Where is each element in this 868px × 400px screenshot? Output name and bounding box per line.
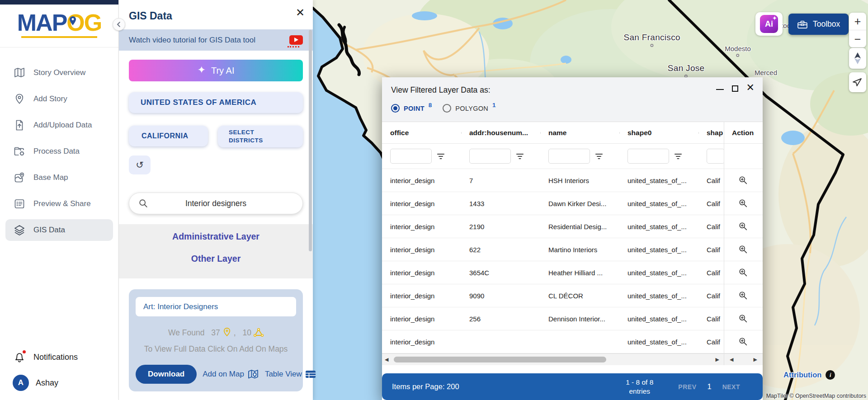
attribution-label: Attribution (783, 371, 821, 379)
panel-collapse-button[interactable] (113, 18, 125, 31)
cell-shape0: united_states_of_... (619, 246, 698, 254)
info-icon: i (826, 370, 835, 380)
notifications-button[interactable]: Notifications (0, 346, 118, 368)
cell-housenum: 2190 (461, 223, 540, 231)
attribution-control[interactable]: Attribution i (783, 370, 835, 380)
filter-funnel-icon[interactable] (516, 153, 524, 160)
row-zoom-button[interactable] (724, 175, 763, 185)
filter-input-shape[interactable] (707, 149, 724, 164)
sidebar-nav-item[interactable]: GIS Data (5, 219, 113, 241)
search-input[interactable]: Interior designers (129, 193, 303, 214)
sparkle-icon: ✦ (773, 15, 777, 21)
locate-button[interactable] (849, 72, 866, 92)
table-row: interior_design 2190 Residential Desig..… (382, 215, 763, 238)
row-zoom-button[interactable] (724, 268, 763, 278)
country-button[interactable]: UNITED STATES OF AMERICA (129, 92, 303, 113)
sidebar-nav-item[interactable]: Story Overview (5, 62, 113, 84)
cell-housenum: 3654C (461, 269, 540, 277)
cell-office: interior_design (382, 292, 461, 300)
row-zoom-button[interactable] (724, 337, 763, 347)
toolbox-icon (797, 20, 808, 29)
cell-name: CL DÉCOR (540, 292, 619, 300)
minimize-button[interactable] (716, 83, 724, 92)
col-header-housenum: addr:housenum... (461, 129, 540, 137)
modal-close-button[interactable]: ✕ (746, 83, 755, 92)
filter-funnel-icon[interactable] (437, 153, 445, 160)
row-zoom-button[interactable] (724, 198, 763, 208)
ai-gradient-icon: Ai✦ (760, 15, 778, 33)
sidebar-top-strip (0, 0, 118, 5)
cell-office: interior_design (382, 177, 461, 184)
filter-funnel-icon[interactable] (674, 153, 682, 160)
scroll-left-arrow[interactable]: ◀ (382, 357, 391, 362)
scrollbar-thumb[interactable] (394, 357, 606, 362)
layer-section-heading[interactable]: Other Layer (119, 254, 313, 264)
nav-item-icon (14, 198, 25, 210)
cell-shape: Calif (698, 177, 724, 184)
filter-funnel-icon[interactable] (595, 153, 603, 160)
query-box[interactable]: Art: Interior Designers (136, 297, 296, 316)
zoom-in-button[interactable]: + (849, 13, 866, 30)
app-logo: MAPOG (0, 5, 118, 38)
row-zoom-button[interactable] (724, 314, 763, 324)
scroll-right-arrow[interactable]: ▶ (713, 357, 722, 362)
download-button[interactable]: Download (136, 365, 197, 384)
map-credits: MapTiler © OpenStreetMap contributors (766, 393, 866, 399)
video-tutorial-banner[interactable]: Watch video tutorial for GIS Data tool (119, 29, 313, 51)
row-zoom-button[interactable] (724, 245, 763, 254)
cell-shape0: united_states_of_... (619, 200, 698, 207)
next-page-button[interactable]: NEXT (722, 383, 740, 391)
cell-shape0: united_states_of_... (619, 223, 698, 231)
current-page: 1 (707, 382, 711, 391)
filter-input-office[interactable] (390, 149, 432, 164)
layer-section-heading[interactable]: Administrative Layer (119, 231, 313, 242)
filter-input-shape0[interactable] (627, 149, 669, 164)
ai-tools-button[interactable]: Ai✦ (755, 12, 783, 36)
cell-housenum: 256 (461, 315, 540, 323)
point-marker-icon (222, 327, 231, 338)
sidebar-nav-item[interactable]: Preview & Share (5, 193, 113, 215)
panel-close-button[interactable]: ✕ (294, 5, 307, 21)
add-on-map-button[interactable]: Add on Map (203, 368, 259, 380)
compass-button[interactable] (849, 48, 866, 69)
sidebar-nav-item[interactable]: Base Map (5, 167, 113, 188)
video-tutorial-label: Watch video tutorial for GIS Data tool (129, 36, 255, 45)
zoom-in-icon (738, 198, 748, 208)
sidebar: MAPOG Story Overview Add Story Add/Uploa… (0, 0, 119, 400)
select-districts-button[interactable]: SELECT DISTRICTS (218, 126, 303, 147)
layer-type-radio[interactable]: POLYGON 1 (443, 104, 495, 113)
action-scroll-left-arrow[interactable]: ◀ (727, 357, 736, 362)
panel-scrollbar[interactable] (309, 30, 312, 251)
sidebar-nav-item[interactable]: Add/Upload Data (5, 114, 113, 136)
map-city-label: Modesto (725, 45, 751, 57)
undo-button[interactable]: ↺ (129, 155, 151, 174)
cell-name: Heather Hilliard ... (540, 269, 619, 277)
row-zoom-button[interactable] (724, 291, 763, 301)
zoom-in-icon (738, 337, 748, 347)
map-city-label: San Jose (668, 63, 705, 78)
prev-page-button[interactable]: PREV (678, 383, 696, 391)
table-view-button[interactable]: Table View (265, 370, 316, 379)
sidebar-nav-item[interactable]: Add Story (5, 88, 113, 110)
action-scroll-right-arrow[interactable]: ▶ (751, 357, 760, 362)
try-ai-button[interactable]: ✦ Try AI (129, 60, 303, 81)
maximize-button[interactable] (732, 83, 738, 92)
zoom-out-button[interactable]: − (849, 30, 866, 47)
toolbox-button[interactable]: Toolbox (788, 14, 849, 35)
city-dot-icon (651, 44, 654, 47)
state-button[interactable]: CALIFORNIA (129, 126, 208, 146)
city-dot-icon (736, 54, 740, 57)
table-row: interior_design 7 HSH Interiors united_s… (382, 169, 763, 192)
row-zoom-button[interactable] (724, 221, 763, 231)
card-hint: To View Full Data Click On Add On Maps (136, 344, 296, 354)
layer-type-radio[interactable]: POINT 8 (391, 104, 432, 113)
user-profile[interactable]: A Ashay (0, 368, 118, 393)
filter-input-housenum[interactable] (469, 149, 511, 164)
filter-input-name[interactable] (548, 149, 590, 164)
table-row: interior_design 256 Dennison Interior...… (382, 307, 763, 330)
cell-name: HSH Interiors (540, 177, 619, 184)
cell-office: interior_design (382, 338, 461, 346)
zoom-in-icon (738, 245, 748, 254)
cell-housenum: 7 (461, 177, 540, 184)
sidebar-nav-item[interactable]: Process Data (5, 141, 113, 162)
